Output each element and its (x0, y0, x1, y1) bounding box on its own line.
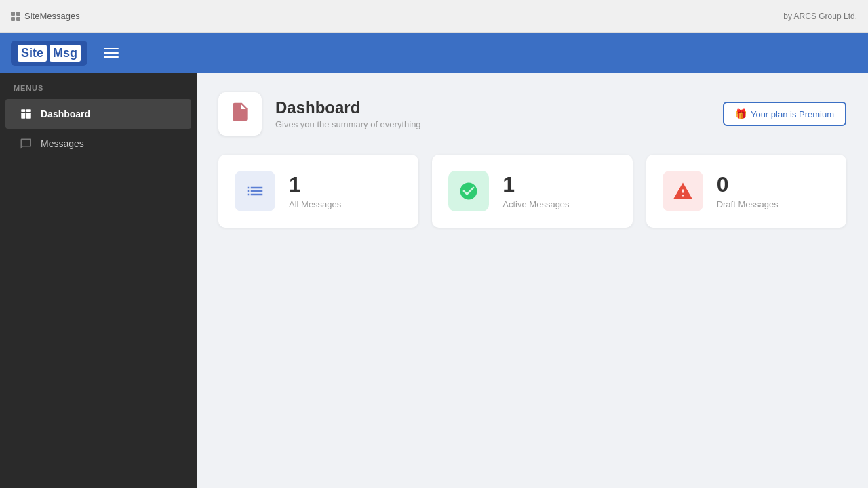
page-title-group: Dashboard Gives you the summary of every… (275, 98, 421, 129)
grid-icon (11, 12, 20, 21)
active-messages-icon-box (448, 171, 489, 211)
sidebar-dashboard-label: Dashboard (41, 108, 90, 119)
top-bar-left: SiteMessages (11, 11, 80, 21)
draft-messages-count: 0 (717, 174, 778, 195)
active-messages-label: Active Messages (502, 199, 569, 209)
premium-button-label: Your plan is Premium (751, 109, 834, 119)
page-title: Dashboard (275, 98, 421, 117)
stat-card-draft-messages: 0 Draft Messages (646, 155, 846, 228)
logo: Site Msg (11, 41, 87, 66)
all-messages-label: All Messages (289, 199, 341, 209)
sidebar-section-label: MENUS (0, 84, 197, 99)
app-icon-area: SiteMessages (11, 11, 80, 21)
sidebar-item-messages[interactable]: Messages (5, 129, 191, 159)
page-icon-box (218, 92, 262, 136)
svg-rect-3 (26, 113, 31, 119)
svg-rect-2 (21, 113, 25, 119)
draft-messages-icon-box (663, 171, 703, 211)
page-subtitle: Gives you the summary of everything (275, 119, 421, 129)
logo-msg: Msg (50, 45, 81, 62)
premium-button[interactable]: 🎁 Your plan is Premium (723, 102, 846, 126)
stat-card-active-messages: 1 Active Messages (432, 155, 632, 228)
all-messages-icon-box (235, 171, 275, 211)
draft-messages-info: 0 Draft Messages (717, 174, 778, 209)
stats-row: 1 All Messages 1 Active Messages (218, 155, 846, 228)
messages-icon (19, 137, 33, 150)
body-layout: MENUS Dashboard (0, 73, 868, 488)
all-messages-count: 1 (289, 174, 341, 195)
sidebar-item-dashboard[interactable]: Dashboard (5, 99, 191, 129)
svg-rect-0 (21, 109, 25, 112)
stat-card-all-messages: 1 All Messages (218, 155, 418, 228)
top-bar-credit: by ARCS Group Ltd. (783, 12, 857, 21)
logo-site: Site (18, 45, 47, 62)
svg-rect-1 (26, 109, 31, 112)
page-header-left: Dashboard Gives you the summary of every… (218, 92, 421, 136)
header: Site Msg (0, 33, 868, 73)
active-messages-count: 1 (502, 174, 569, 195)
hamburger-button[interactable] (101, 45, 121, 60)
top-bar: SiteMessages by ARCS Group Ltd. (0, 0, 868, 33)
all-messages-info: 1 All Messages (289, 174, 341, 209)
page-header: Dashboard Gives you the summary of every… (218, 92, 846, 136)
draft-messages-label: Draft Messages (717, 199, 778, 209)
app-name: SiteMessages (24, 11, 80, 21)
dashboard-page-icon (229, 101, 251, 127)
sidebar-messages-label: Messages (41, 138, 84, 149)
dashboard-icon (19, 107, 33, 121)
sidebar: MENUS Dashboard (0, 73, 197, 488)
active-messages-info: 1 Active Messages (502, 174, 569, 209)
main-content: Dashboard Gives you the summary of every… (197, 73, 868, 488)
app-wrapper: Site Msg MENUS Dashboard (0, 33, 868, 488)
gift-icon: 🎁 (735, 108, 747, 119)
